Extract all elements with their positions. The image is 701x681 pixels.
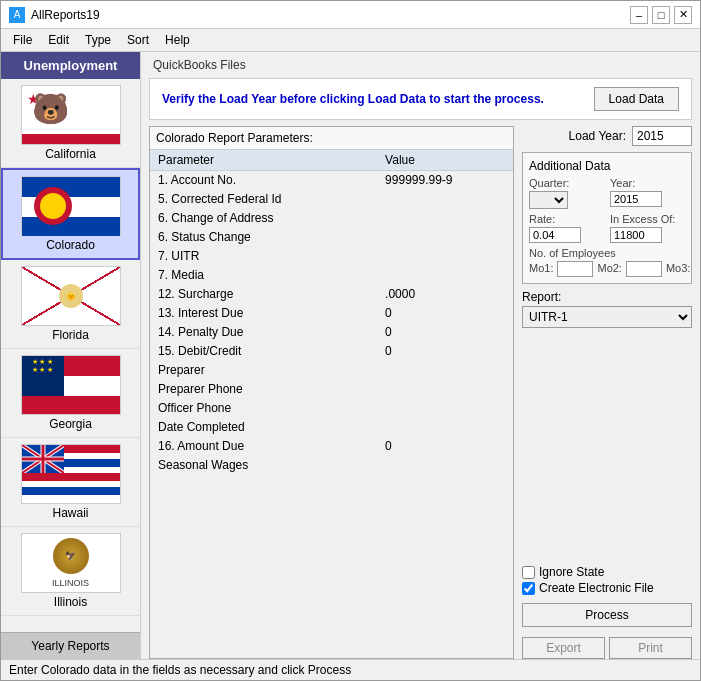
value-cell <box>377 361 513 380</box>
process-button[interactable]: Process <box>522 603 692 627</box>
param-cell: 6. Change of Address <box>150 209 377 228</box>
quarter-select[interactable]: Q1 Q2 Q3 Q4 <box>529 191 568 209</box>
param-cell: 7. Media <box>150 266 377 285</box>
sidebar-item-florida[interactable]: 🌞 Florida <box>1 260 140 349</box>
load-data-button[interactable]: Load Data <box>594 87 679 111</box>
report-select[interactable]: UITR-1 UITR-2 <box>522 306 692 328</box>
minimize-button[interactable]: – <box>630 6 648 24</box>
mo1-input[interactable] <box>557 261 593 277</box>
menu-sort[interactable]: Sort <box>119 31 157 49</box>
fl-flag-image: 🌞 <box>21 266 121 326</box>
sidebar-item-colorado[interactable]: Colorado <box>1 168 140 260</box>
sidebar-item-hawaii[interactable]: Hawaii <box>1 438 140 527</box>
florida-label: Florida <box>52 328 89 342</box>
quarter-col: Quarter: Q1 Q2 Q3 Q4 <box>529 177 604 209</box>
param-cell: 7. UITR <box>150 247 377 266</box>
print-button[interactable]: Print <box>609 637 692 659</box>
params-section: Colorado Report Parameters: Parameter Va… <box>149 126 692 659</box>
table-row[interactable]: 13. Interest Due0 <box>150 304 513 323</box>
menu-edit[interactable]: Edit <box>40 31 77 49</box>
load-year-row: Load Year: <box>522 126 692 146</box>
qb-header: QuickBooks Files <box>141 52 700 78</box>
value-cell: 0 <box>377 304 513 323</box>
mo3-label: Mo3: <box>666 262 690 274</box>
year-col: Year: <box>610 177 685 209</box>
params-table: Parameter Value 1. Account No.999999.99-… <box>150 150 513 475</box>
georgia-flag: ★ ★ ★★ ★ ★ <box>21 355 121 415</box>
value-cell: 0 <box>377 437 513 456</box>
table-row[interactable]: Seasonal Wages <box>150 456 513 475</box>
table-row[interactable]: Officer Phone <box>150 399 513 418</box>
sidebar-item-california[interactable]: ★ 🐻 California <box>1 79 140 168</box>
table-row[interactable]: 5. Corrected Federal Id <box>150 190 513 209</box>
menu-help[interactable]: Help <box>157 31 198 49</box>
table-row[interactable]: 7. Media <box>150 266 513 285</box>
table-row[interactable]: 15. Debit/Credit0 <box>150 342 513 361</box>
title-bar-left: A AllReports19 <box>9 7 100 23</box>
table-row[interactable]: 14. Penalty Due0 <box>150 323 513 342</box>
export-button[interactable]: Export <box>522 637 605 659</box>
value-cell <box>377 418 513 437</box>
param-cell: Officer Phone <box>150 399 377 418</box>
rate-label: Rate: <box>529 213 604 225</box>
hawaii-flag <box>21 444 121 504</box>
value-cell: 999999.99-9 <box>377 171 513 190</box>
status-bar: Enter Colorado data in the fields as nec… <box>1 659 700 680</box>
employees-label: No. of Employees <box>529 247 685 259</box>
table-row[interactable]: 16. Amount Due0 <box>150 437 513 456</box>
param-cell: 16. Amount Due <box>150 437 377 456</box>
load-year-input[interactable] <box>632 126 692 146</box>
table-row[interactable]: 6. Change of Address <box>150 209 513 228</box>
menu-type[interactable]: Type <box>77 31 119 49</box>
menu-bar: File Edit Type Sort Help <box>1 29 700 52</box>
in-excess-input[interactable] <box>610 227 662 243</box>
table-row[interactable]: 6. Status Change <box>150 228 513 247</box>
col-header-value: Value <box>377 150 513 171</box>
rate-input[interactable] <box>529 227 581 243</box>
value-cell <box>377 190 513 209</box>
value-cell <box>377 247 513 266</box>
table-row[interactable]: Preparer <box>150 361 513 380</box>
value-cell <box>377 456 513 475</box>
california-label: California <box>45 147 96 161</box>
ignore-state-row: Ignore State <box>522 565 692 579</box>
col-header-parameter: Parameter <box>150 150 377 171</box>
illinois-flag: 🦅 ILLINOIS <box>21 533 121 593</box>
param-cell: Seasonal Wages <box>150 456 377 475</box>
param-cell: 1. Account No. <box>150 171 377 190</box>
table-row[interactable]: 1. Account No.999999.99-9 <box>150 171 513 190</box>
menu-file[interactable]: File <box>5 31 40 49</box>
year-input[interactable] <box>610 191 662 207</box>
yearly-reports-footer[interactable]: Yearly Reports <box>1 632 140 659</box>
table-row[interactable]: Date Completed <box>150 418 513 437</box>
ignore-state-checkbox[interactable] <box>522 566 535 579</box>
sidebar-item-georgia[interactable]: ★ ★ ★★ ★ ★ Georgia <box>1 349 140 438</box>
value-cell <box>377 209 513 228</box>
report-label: Report: <box>522 290 692 304</box>
excess-col: In Excess Of: <box>610 213 685 243</box>
table-row[interactable]: 12. Surcharge.0000 <box>150 285 513 304</box>
param-cell: 13. Interest Due <box>150 304 377 323</box>
param-cell: 15. Debit/Credit <box>150 342 377 361</box>
value-cell <box>377 399 513 418</box>
status-text: Enter Colorado data in the fields as nec… <box>9 663 351 677</box>
close-button[interactable]: ✕ <box>674 6 692 24</box>
hi-flag-image <box>21 444 121 504</box>
in-excess-label: In Excess Of: <box>610 213 685 225</box>
right-panel: QuickBooks Files Verify the Load Year be… <box>141 52 700 659</box>
table-row[interactable]: 7. UITR <box>150 247 513 266</box>
create-electronic-checkbox[interactable] <box>522 582 535 595</box>
value-cell <box>377 266 513 285</box>
table-row[interactable]: Preparer Phone <box>150 380 513 399</box>
maximize-button[interactable]: □ <box>652 6 670 24</box>
value-cell <box>377 228 513 247</box>
sidebar-item-illinois[interactable]: 🦅 ILLINOIS Illinois <box>1 527 140 616</box>
illinois-label: Illinois <box>54 595 87 609</box>
employees-row: Mo1: Mo2: Mo3: <box>529 261 685 277</box>
param-cell: 14. Penalty Due <box>150 323 377 342</box>
sidebar-scroll[interactable]: ★ 🐻 California <box>1 79 140 632</box>
employees-section: No. of Employees Mo1: Mo2: Mo3: <box>529 247 685 277</box>
app-icon: A <box>9 7 25 23</box>
sidebar: Unemployment ★ 🐻 California <box>1 52 141 659</box>
mo2-input[interactable] <box>626 261 662 277</box>
